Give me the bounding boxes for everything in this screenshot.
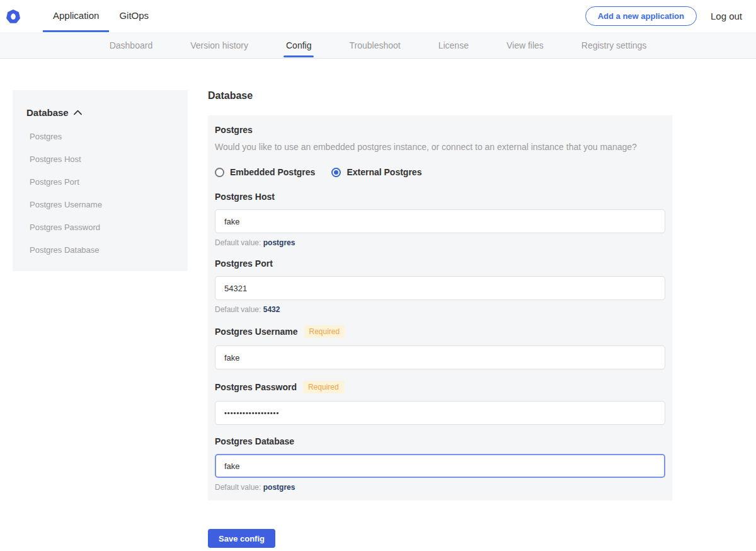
- radio-external-postgres-circle: [331, 168, 341, 177]
- sidebar-items: Postgres Postgres Host Postgres Port Pos…: [26, 132, 175, 255]
- app-header: Application GitOps Add a new application…: [0, 0, 756, 32]
- postgres-database-label: Postgres Database: [215, 436, 294, 446]
- tab-gitops[interactable]: GitOps: [109, 0, 159, 32]
- subnav-version-history[interactable]: Version history: [190, 32, 248, 58]
- postgres-username-input[interactable]: [215, 345, 665, 369]
- page-title: Database: [208, 90, 672, 102]
- postgres-host-default: Default value: postgres: [215, 238, 665, 247]
- postgres-database-default: Default value: postgres: [215, 483, 665, 492]
- subnav-version-history-label: Version history: [190, 40, 248, 50]
- subnav-view-files-label: View files: [507, 40, 544, 50]
- field-postgres-password: Postgres Password Required: [215, 381, 665, 425]
- tab-application-label: Application: [53, 10, 99, 21]
- subnav-registry-settings[interactable]: Registry settings: [581, 32, 646, 58]
- postgres-radio-group: Embedded Postgres External Postgres: [215, 167, 665, 177]
- postgres-port-input[interactable]: [215, 276, 665, 300]
- config-main: Database Postgres Would you like to use …: [208, 90, 672, 548]
- subnav-troubleshoot-label: Troubleshoot: [349, 40, 400, 50]
- postgres-database-default-label: Default value:: [215, 483, 261, 492]
- postgres-host-label: Postgres Host: [215, 192, 275, 202]
- save-config-button[interactable]: Save config: [208, 529, 275, 548]
- postgres-host-input[interactable]: [215, 209, 665, 233]
- radio-embedded-postgres[interactable]: Embedded Postgres: [215, 167, 315, 177]
- app-logo[interactable]: [6, 0, 20, 32]
- tab-gitops-label: GitOps: [119, 10, 149, 21]
- postgres-database-default-value: postgres: [263, 483, 295, 492]
- app-logo-icon: [6, 9, 20, 23]
- sidebar-item-postgres-host[interactable]: Postgres Host: [30, 154, 175, 164]
- config-content: Database Postgres Postgres Host Postgres…: [0, 59, 756, 548]
- subnav-dashboard-label: Dashboard: [110, 40, 153, 50]
- radio-embedded-postgres-circle: [215, 168, 224, 177]
- sidebar-item-postgres-database[interactable]: Postgres Database: [30, 245, 175, 255]
- sidebar-item-postgres[interactable]: Postgres: [30, 132, 175, 141]
- field-postgres-port: Postgres Port Default value: 5432: [215, 258, 665, 314]
- app-subnav: Dashboard Version history Config Trouble…: [0, 32, 756, 59]
- subnav-view-files[interactable]: View files: [507, 32, 544, 58]
- postgres-port-label: Postgres Port: [215, 258, 273, 269]
- postgres-password-label: Postgres Password: [215, 382, 297, 392]
- postgres-host-default-label: Default value:: [215, 238, 261, 247]
- subnav-troubleshoot[interactable]: Troubleshoot: [349, 32, 400, 58]
- tab-application[interactable]: Application: [43, 0, 109, 32]
- subnav-config-label: Config: [286, 40, 311, 50]
- subnav-license-label: License: [438, 40, 469, 50]
- postgres-database-input[interactable]: [215, 454, 665, 478]
- subnav-dashboard[interactable]: Dashboard: [110, 32, 153, 58]
- header-right: Add a new application Log out: [585, 0, 756, 32]
- logout-link[interactable]: Log out: [711, 11, 742, 21]
- config-sidebar: Database Postgres Postgres Host Postgres…: [13, 90, 188, 271]
- postgres-port-default: Default value: 5432: [215, 305, 665, 314]
- postgres-username-label: Postgres Username: [215, 327, 298, 337]
- subnav-config[interactable]: Config: [286, 32, 311, 58]
- config-group-panel: Postgres Would you like to use an embedd…: [208, 115, 672, 501]
- postgres-port-default-label: Default value:: [215, 305, 261, 314]
- field-postgres-host: Postgres Host Default value: postgres: [215, 192, 665, 247]
- header-tabs: Application GitOps: [43, 0, 159, 32]
- radio-external-postgres-label: External Postgres: [346, 167, 421, 177]
- field-postgres-database: Postgres Database Default value: postgre…: [215, 436, 665, 492]
- sidebar-group-database-label: Database: [26, 107, 69, 118]
- group-help-text: Would you like to use an embedded postgr…: [215, 142, 665, 152]
- postgres-password-required-badge: Required: [303, 381, 344, 393]
- sidebar-group-database[interactable]: Database: [26, 107, 175, 118]
- chevron-up-icon: [74, 110, 82, 115]
- group-title: Postgres: [215, 125, 665, 135]
- sidebar-item-postgres-port[interactable]: Postgres Port: [30, 177, 175, 187]
- postgres-port-default-value: 5432: [263, 305, 280, 314]
- sidebar-item-postgres-password[interactable]: Postgres Password: [30, 223, 175, 232]
- field-postgres-username: Postgres Username Required: [215, 325, 665, 369]
- add-application-button[interactable]: Add a new application: [585, 6, 697, 26]
- postgres-username-required-badge: Required: [304, 325, 345, 338]
- subnav-registry-settings-label: Registry settings: [581, 40, 646, 50]
- postgres-host-default-value: postgres: [263, 238, 295, 247]
- radio-external-postgres[interactable]: External Postgres: [331, 167, 421, 177]
- radio-embedded-postgres-label: Embedded Postgres: [230, 167, 315, 177]
- sidebar-item-postgres-username[interactable]: Postgres Username: [30, 200, 175, 209]
- subnav-license[interactable]: License: [438, 32, 469, 58]
- postgres-password-input[interactable]: [215, 401, 665, 425]
